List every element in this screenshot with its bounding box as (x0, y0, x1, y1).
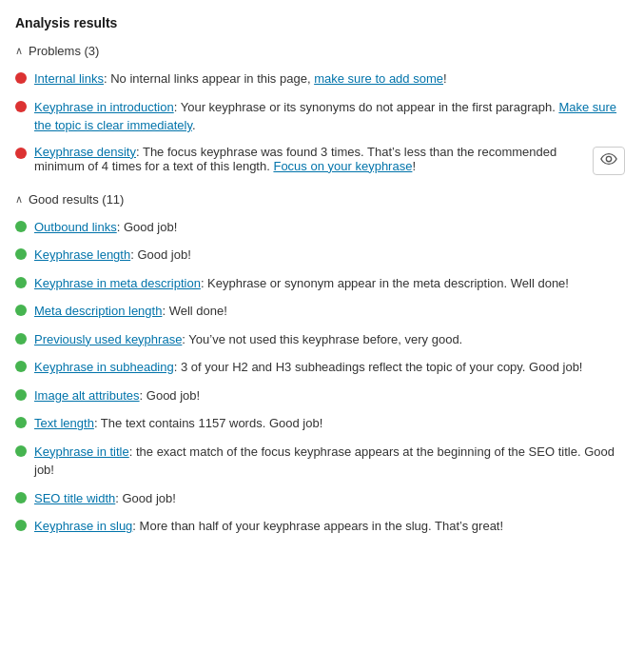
red-dot-icon (15, 101, 27, 112)
good-item-text-length: Text length: The text contains 1157 word… (15, 414, 625, 433)
green-dot-icon (15, 221, 27, 232)
good-item-keyphrase-slug: Keyphrase in slug: More than half of you… (15, 517, 625, 536)
keyphrase-meta-link[interactable]: Keyphrase in meta description (34, 276, 201, 290)
keyphrase-introduction-link[interactable]: Keyphrase in introduction (34, 100, 174, 114)
keyphrase-density-link[interactable]: Keyphrase density (34, 145, 136, 159)
green-dot-icon (15, 520, 27, 531)
problem-item-keyphrase-introduction: Keyphrase in introduction: Your keyphras… (15, 98, 625, 135)
good-item-keyphrase-length: Keyphrase length: Good job! (15, 246, 625, 265)
eye-icon (600, 152, 617, 168)
problems-chevron-icon: ∧ (15, 45, 23, 57)
keyphrase-length-link[interactable]: Keyphrase length (34, 247, 130, 262)
good-text-keyphrase-meta: Keyphrase in meta description: Keyphrase… (34, 274, 625, 293)
seo-title-width-link[interactable]: SEO title width (34, 491, 115, 505)
good-text-previously-used-keyphrase: Previously used keyphrase: You’ve not us… (34, 330, 625, 349)
problems-header[interactable]: ∧ Problems (3) (15, 44, 625, 58)
internal-links-action-link[interactable]: make sure to add some (314, 71, 443, 86)
good-text-outbound-links: Outbound links: Good job! (34, 218, 625, 237)
good-item-image-alt: Image alt attributes: Good job! (15, 386, 625, 405)
good-text-text-length: Text length: The text contains 1157 word… (34, 414, 625, 433)
good-item-previously-used-keyphrase: Previously used keyphrase: You’ve not us… (15, 330, 625, 349)
good-item-keyphrase-subheading: Keyphrase in subheading: 3 of your H2 an… (15, 358, 625, 377)
good-results-header[interactable]: ∧ Good results (11) (15, 192, 625, 207)
red-dot-icon (15, 72, 27, 84)
green-dot-icon (15, 389, 27, 401)
outbound-links-link[interactable]: Outbound links (34, 220, 117, 234)
good-item-seo-title-width: SEO title width: Good job! (15, 489, 625, 508)
green-dot-icon (15, 445, 27, 457)
good-item-outbound-links: Outbound links: Good job! (15, 218, 625, 237)
good-text-image-alt: Image alt attributes: Good job! (34, 386, 625, 405)
good-text-keyphrase-slug: Keyphrase in slug: More than half of you… (34, 517, 625, 536)
meta-description-length-link[interactable]: Meta description length (34, 304, 162, 318)
problem-text-keyphrase-density: Keyphrase density: The focus keyphrase w… (34, 145, 585, 173)
problem-item-internal-links: Internal links: No internal links appear… (15, 69, 625, 89)
problem-item-keyphrase-density: Keyphrase density: The focus keyphrase w… (15, 145, 625, 175)
green-dot-icon (15, 333, 27, 345)
green-dot-icon (15, 361, 27, 372)
analysis-results-panel: Analysis results ∧ Problems (3) Internal… (0, 0, 644, 561)
good-results-chevron-icon: ∧ (15, 193, 23, 206)
image-alt-link[interactable]: Image alt attributes (34, 388, 140, 403)
green-dot-icon (15, 277, 27, 288)
good-text-keyphrase-length: Keyphrase length: Good job! (34, 246, 625, 265)
keyphrase-density-action-link[interactable]: Focus on your keyphrase (273, 159, 412, 173)
good-item-keyphrase-title: Keyphrase in title: the exact match of t… (15, 443, 625, 480)
good-item-meta-description-length: Meta description length: Well done! (15, 302, 625, 321)
internal-links-link[interactable]: Internal links (34, 71, 104, 86)
good-results-header-label: Good results (11) (29, 192, 124, 207)
svg-point-0 (606, 156, 611, 161)
green-dot-icon (15, 492, 27, 503)
green-dot-icon (15, 417, 27, 428)
green-dot-icon (15, 305, 27, 316)
good-text-keyphrase-subheading: Keyphrase in subheading: 3 of your H2 an… (34, 358, 625, 377)
problems-section: ∧ Problems (3) Internal links: No intern… (15, 44, 625, 175)
good-text-meta-description-length: Meta description length: Well done! (34, 302, 625, 321)
section-title: Analysis results (15, 15, 625, 30)
keyphrase-slug-link[interactable]: Keyphrase in slug (34, 519, 132, 533)
problem-text-keyphrase-introduction: Keyphrase in introduction: Your keyphras… (34, 98, 625, 135)
good-text-keyphrase-title: Keyphrase in title: the exact match of t… (34, 443, 625, 480)
keyphrase-subheading-link[interactable]: Keyphrase in subheading (34, 360, 174, 374)
green-dot-icon (15, 248, 27, 260)
keyphrase-title-link[interactable]: Keyphrase in title (34, 444, 129, 459)
good-item-keyphrase-meta: Keyphrase in meta description: Keyphrase… (15, 274, 625, 293)
red-dot-icon (15, 148, 27, 159)
keyphrase-density-eye-button[interactable] (593, 147, 625, 175)
good-text-seo-title-width: SEO title width: Good job! (34, 489, 625, 508)
good-results-section: ∧ Good results (11) Outbound links: Good… (15, 192, 625, 536)
problems-header-label: Problems (3) (29, 44, 99, 58)
problem-text-internal-links: Internal links: No internal links appear… (34, 69, 625, 89)
previously-used-keyphrase-link[interactable]: Previously used keyphrase (34, 332, 182, 346)
text-length-link[interactable]: Text length (34, 416, 94, 430)
